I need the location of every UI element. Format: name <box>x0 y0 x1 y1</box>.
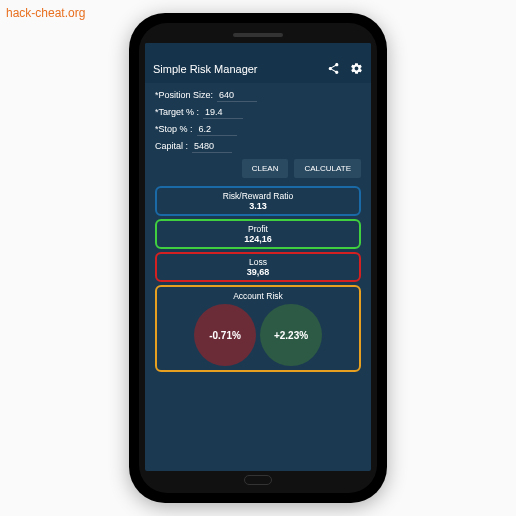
stop-row: *Stop % : 6.2 <box>155 123 361 136</box>
share-icon[interactable] <box>327 62 340 77</box>
app-bar-icons <box>327 62 363 77</box>
stop-input[interactable]: 6.2 <box>197 123 237 136</box>
phone-inner: Simple Risk Manager *Position Size: 640 … <box>139 23 377 493</box>
app-bar: Simple Risk Manager <box>145 55 371 83</box>
watermark: hack-cheat.org <box>6 6 85 20</box>
ratio-value: 3.13 <box>160 201 356 211</box>
loss-box: Loss 39,68 <box>155 252 361 282</box>
position-size-row: *Position Size: 640 <box>155 89 361 102</box>
account-risk-box: Account Risk -0.71% +2.23% <box>155 285 361 372</box>
loss-value: 39,68 <box>160 267 356 277</box>
target-label: *Target % : <box>155 107 199 117</box>
profit-title: Profit <box>160 224 356 234</box>
position-size-input[interactable]: 640 <box>217 89 257 102</box>
loss-title: Loss <box>160 257 356 267</box>
app-title: Simple Risk Manager <box>153 63 327 75</box>
capital-input[interactable]: 5480 <box>192 140 232 153</box>
status-bar <box>145 43 371 55</box>
phone-speaker <box>233 33 283 37</box>
gear-icon[interactable] <box>350 62 363 77</box>
content: *Position Size: 640 *Target % : 19.4 *St… <box>145 83 371 471</box>
buttons-row: CLEAN CALCULATE <box>155 159 361 178</box>
calculate-button[interactable]: CALCULATE <box>294 159 361 178</box>
position-size-label: *Position Size: <box>155 90 213 100</box>
risk-positive-circle: +2.23% <box>260 304 322 366</box>
profit-value: 124,16 <box>160 234 356 244</box>
phone-frame: Simple Risk Manager *Position Size: 640 … <box>129 13 387 503</box>
target-row: *Target % : 19.4 <box>155 106 361 119</box>
ratio-title: Risk/Reward Ratio <box>160 191 356 201</box>
profit-box: Profit 124,16 <box>155 219 361 249</box>
risk-circles: -0.71% +2.23% <box>161 304 355 366</box>
ratio-box: Risk/Reward Ratio 3.13 <box>155 186 361 216</box>
capital-label: Capital : <box>155 141 188 151</box>
screen: Simple Risk Manager *Position Size: 640 … <box>145 43 371 471</box>
target-input[interactable]: 19.4 <box>203 106 243 119</box>
phone-home-button <box>244 475 272 485</box>
stop-label: *Stop % : <box>155 124 193 134</box>
risk-negative-circle: -0.71% <box>194 304 256 366</box>
account-risk-title: Account Risk <box>161 291 355 301</box>
clean-button[interactable]: CLEAN <box>242 159 289 178</box>
capital-row: Capital : 5480 <box>155 140 361 153</box>
